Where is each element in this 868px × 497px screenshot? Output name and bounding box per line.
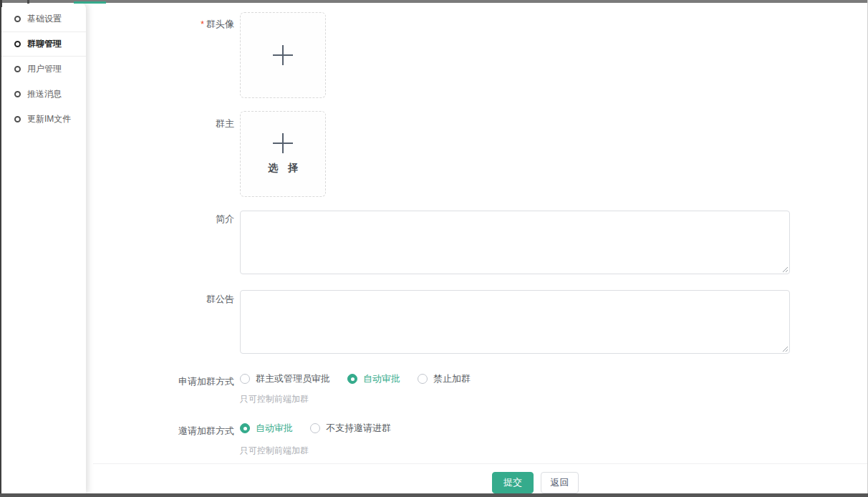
radio-forbid-join[interactable]: 禁止加群: [418, 372, 471, 385]
form-footer: 提交 返回: [93, 463, 867, 493]
apply-method-label: 申请加群方式: [84, 376, 234, 387]
sidebar-item-group-chat-management[interactable]: 群聊管理: [1, 32, 86, 57]
intro-label: 简介: [84, 213, 234, 225]
apply-method-radio-group: 群主或管理员审批 自动审批 禁止加群: [240, 372, 471, 385]
back-button[interactable]: 返回: [541, 472, 579, 493]
sidebar-item-label: 推送消息: [27, 88, 62, 100]
sidebar-item-user-management[interactable]: 用户管理: [1, 57, 86, 82]
sidebar-item-update-im-files[interactable]: 更新IM文件: [1, 107, 86, 132]
intro-textarea[interactable]: [241, 211, 789, 274]
sidebar-item-label: 群聊管理: [27, 38, 62, 50]
active-tab-underline: [74, 1, 106, 4]
invite-method-helper: 只可控制前端加群: [240, 445, 309, 457]
invite-method-radio-group: 自动审批 不支持邀请进群: [240, 422, 391, 435]
choose-label: 选 择: [264, 162, 302, 175]
announcement-textarea[interactable]: [241, 291, 789, 353]
radio-checked-icon: [347, 374, 357, 384]
radio-no-invite[interactable]: 不支持邀请进群: [310, 422, 391, 435]
window-top-bar: [0, 0, 868, 3]
sidebar-item-push-messages[interactable]: 推送消息: [1, 82, 86, 107]
submit-button[interactable]: 提交: [492, 472, 534, 493]
required-asterisk: *: [201, 19, 204, 29]
radio-icon: [240, 374, 250, 384]
sidebar-item-label: 更新IM文件: [27, 113, 71, 125]
window-bottom-border: [0, 493, 868, 497]
group-owner-select[interactable]: 选 择: [240, 111, 326, 197]
window-left-border: [0, 0, 1, 497]
circle-icon: [14, 41, 21, 47]
circle-icon: [14, 16, 21, 22]
radio-icon: [310, 423, 320, 433]
circle-icon: [14, 66, 21, 72]
tab-divider: [27, 0, 29, 4]
circle-icon: [14, 116, 21, 122]
radio-owner-admin-approval[interactable]: 群主或管理员审批: [240, 372, 330, 385]
radio-icon: [418, 374, 428, 384]
settings-sidebar: 基础设置 群聊管理 用户管理 推送消息 更新IM文件: [1, 3, 86, 493]
sidebar-item-label: 用户管理: [27, 63, 62, 75]
sidebar-item-basic-settings[interactable]: 基础设置: [1, 6, 86, 32]
radio-checked-icon: [240, 423, 250, 433]
group-chat-settings-page: 基础设置 群聊管理 用户管理 推送消息 更新IM文件 *群头像 群主 选 择 简…: [0, 0, 868, 497]
group-avatar-upload[interactable]: [240, 12, 326, 98]
announcement-textarea-wrap: [240, 290, 790, 354]
intro-textarea-wrap: [240, 211, 790, 274]
radio-auto-approval[interactable]: 自动审批: [347, 372, 400, 385]
plus-icon: [273, 45, 293, 65]
announcement-label: 群公告: [84, 294, 234, 305]
apply-method-helper: 只可控制前端加群: [240, 393, 309, 405]
window-corner: [0, 0, 2, 7]
group-avatar-label: *群头像: [84, 19, 234, 30]
invite-method-label: 邀请加群方式: [84, 425, 234, 437]
sidebar-item-label: 基础设置: [27, 13, 62, 25]
circle-icon: [14, 91, 21, 97]
group-owner-label: 群主: [84, 118, 234, 130]
plus-icon: [273, 133, 293, 153]
radio-invite-auto-approval[interactable]: 自动审批: [240, 422, 293, 435]
